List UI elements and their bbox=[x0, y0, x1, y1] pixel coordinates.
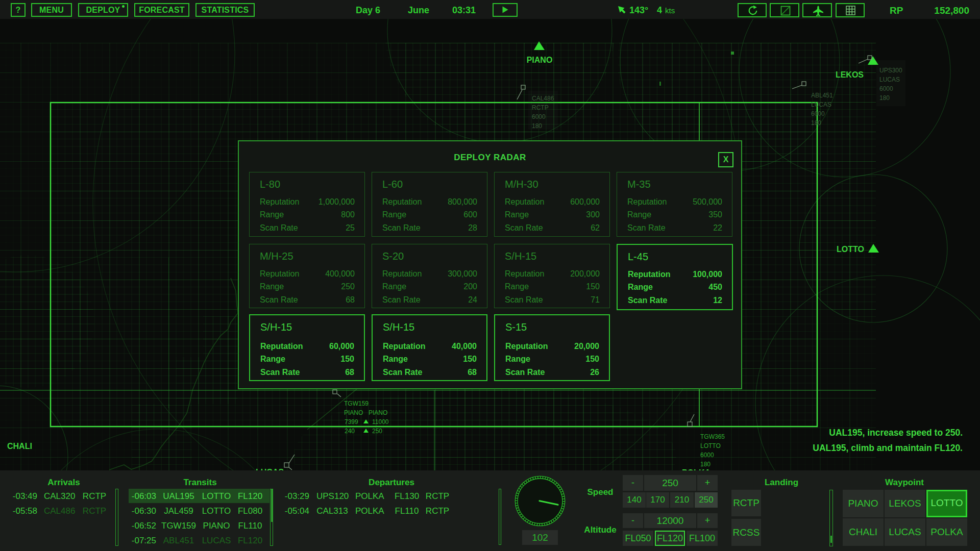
svg-text:6000: 6000 bbox=[879, 85, 893, 92]
svg-text:LUCAS: LUCAS bbox=[811, 101, 831, 108]
svg-text:PIANO: PIANO bbox=[344, 409, 363, 416]
svg-text:UAL195, climb and maintain FL1: UAL195, climb and maintain FL120. bbox=[813, 443, 963, 453]
svg-text:UPS300: UPS300 bbox=[879, 67, 902, 74]
svg-text:11000: 11000 bbox=[372, 418, 389, 425]
svg-text:180: 180 bbox=[700, 461, 710, 468]
svg-text:PIANO: PIANO bbox=[369, 409, 387, 416]
svg-text:CAL486: CAL486 bbox=[532, 95, 554, 102]
svg-text:RCTP: RCTP bbox=[532, 104, 549, 111]
svg-text:180: 180 bbox=[811, 119, 821, 127]
svg-text:240: 240 bbox=[345, 428, 355, 435]
svg-text:6000: 6000 bbox=[811, 110, 825, 117]
svg-text:UAL195, increase speed to 250.: UAL195, increase speed to 250. bbox=[829, 428, 963, 438]
svg-text:180: 180 bbox=[532, 122, 542, 130]
svg-text:LOTTO: LOTTO bbox=[700, 442, 721, 449]
svg-text:250: 250 bbox=[372, 428, 382, 435]
svg-text:CHALI: CHALI bbox=[7, 442, 32, 450]
svg-text:PIANO: PIANO bbox=[527, 56, 553, 64]
svg-text:LOTTO: LOTTO bbox=[837, 245, 864, 254]
svg-text:7399: 7399 bbox=[345, 418, 358, 425]
svg-text:6000: 6000 bbox=[532, 113, 546, 120]
svg-text:LEKOS: LEKOS bbox=[836, 70, 864, 79]
svg-text:180: 180 bbox=[879, 94, 890, 102]
svg-text:LUCAS: LUCAS bbox=[879, 76, 900, 83]
svg-text:ABL451: ABL451 bbox=[811, 92, 833, 99]
svg-text:6000: 6000 bbox=[700, 452, 714, 459]
svg-text:TGW365: TGW365 bbox=[700, 433, 725, 440]
svg-text:TGW159: TGW159 bbox=[344, 400, 369, 407]
